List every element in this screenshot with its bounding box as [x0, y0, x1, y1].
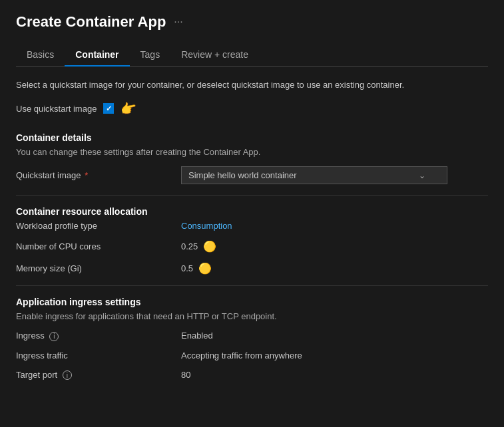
ingress-settings-section: Application ingress settings Enable ingr…	[16, 297, 488, 380]
quickstart-image-label: Quickstart image *	[16, 170, 176, 180]
container-details-subtitle: You can change these settings after crea…	[16, 147, 488, 157]
tabs-row: Basics Container Tags Review + create	[16, 44, 488, 67]
memory-size-value: 0.5	[181, 263, 193, 273]
quickstart-image-row: Quickstart image * Simple hello world co…	[16, 166, 488, 184]
memory-size-label: Memory size (Gi)	[16, 263, 176, 273]
resource-allocation-section: Container resource allocation Workload p…	[16, 206, 488, 275]
memory-edit-icon[interactable]: 🟡	[198, 262, 212, 275]
ingress-traffic-row: Ingress traffic Accepting traffic from a…	[16, 351, 488, 360]
container-details-title: Container details	[16, 132, 488, 143]
chevron-down-icon: ⌄	[419, 171, 425, 180]
ellipsis-menu-icon[interactable]: ···	[174, 16, 182, 28]
resource-allocation-title: Container resource allocation	[16, 206, 488, 217]
title-row: Create Container App ···	[16, 13, 488, 31]
workload-profile-value: Consumption	[181, 221, 232, 231]
ingress-info-icon[interactable]: i	[49, 332, 59, 341]
page-container: Create Container App ··· Basics Containe…	[0, 0, 504, 406]
ingress-traffic-label: Ingress traffic	[16, 351, 176, 360]
tab-tags[interactable]: Tags	[130, 44, 171, 67]
page-title: Create Container App	[16, 13, 166, 31]
ingress-traffic-value: Accepting traffic from anywhere	[181, 351, 302, 360]
quickstart-label: Use quickstart image	[16, 104, 97, 114]
quickstart-image-value: Simple hello world container	[188, 170, 419, 180]
ingress-label: Ingress i	[16, 331, 176, 341]
workload-profile-label: Workload profile type	[16, 221, 176, 231]
memory-size-row: Memory size (Gi) 0.5 🟡	[16, 262, 488, 275]
ingress-settings-title: Application ingress settings	[16, 297, 488, 307]
quickstart-checkbox[interactable]	[103, 103, 114, 114]
ingress-value: Enabled	[181, 331, 213, 341]
ingress-settings-description: Enable ingress for applications that nee…	[16, 311, 488, 321]
tab-container[interactable]: Container	[65, 44, 129, 67]
tab-basics[interactable]: Basics	[16, 44, 65, 67]
workload-profile-row: Workload profile type Consumption	[16, 221, 488, 231]
cpu-cores-row: Number of CPU cores 0.25 🟡	[16, 240, 488, 253]
tab-review-create[interactable]: Review + create	[170, 44, 259, 67]
target-port-value: 80	[181, 370, 190, 380]
page-description: Select a quickstart image for your conta…	[16, 80, 488, 90]
divider-1	[16, 195, 488, 196]
ingress-row: Ingress i Enabled	[16, 331, 488, 341]
container-details-section: Container details You can change these s…	[16, 132, 488, 184]
cpu-cores-label: Number of CPU cores	[16, 241, 176, 251]
target-port-info-icon[interactable]: i	[63, 370, 72, 380]
cpu-edit-icon[interactable]: 🟡	[203, 240, 216, 253]
cpu-cores-value: 0.25	[181, 241, 198, 251]
required-star: *	[85, 170, 88, 180]
cursor-icon: 👉	[119, 99, 138, 118]
divider-2	[16, 285, 488, 286]
cpu-cores-value-row: 0.25 🟡	[181, 240, 216, 253]
quickstart-row: Use quickstart image 👉	[16, 100, 488, 116]
quickstart-image-dropdown[interactable]: Simple hello world container ⌄	[181, 166, 447, 184]
target-port-row: Target port i 80	[16, 370, 488, 380]
quickstart-checkbox-container	[103, 103, 114, 114]
target-port-label: Target port i	[16, 370, 176, 380]
memory-size-value-row: 0.5 🟡	[181, 262, 212, 275]
